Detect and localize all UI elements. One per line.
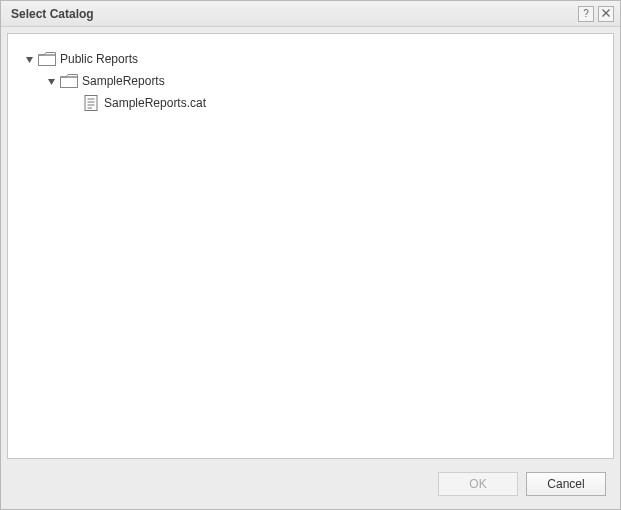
help-button[interactable]: ? (578, 6, 594, 22)
help-icon: ? (583, 9, 589, 19)
tree-leaf-spacer (66, 96, 80, 110)
tree-node-catalog-file[interactable]: SampleReports.cat (22, 92, 603, 114)
tree-panel: Public Reports (7, 33, 614, 459)
close-button[interactable] (598, 6, 614, 22)
dialog-footer: OK Cancel (1, 465, 620, 509)
svg-rect-4 (39, 55, 56, 66)
chevron-down-icon[interactable] (22, 52, 36, 66)
svg-marker-2 (26, 57, 33, 63)
catalog-tree: Public Reports (22, 48, 603, 114)
tree-node-label: SampleReports.cat (104, 96, 206, 110)
close-icon (602, 9, 610, 19)
folder-icon (38, 51, 56, 67)
tree-node-label: SampleReports (82, 74, 165, 88)
svg-marker-5 (48, 79, 55, 85)
ok-button[interactable]: OK (438, 472, 518, 496)
folder-icon (60, 73, 78, 89)
dialog-title: Select Catalog (11, 7, 574, 21)
catalog-file-icon (82, 95, 100, 111)
tree-node-label: Public Reports (60, 52, 138, 66)
chevron-down-icon[interactable] (44, 74, 58, 88)
tree-node-sample-reports[interactable]: SampleReports (22, 70, 603, 92)
select-catalog-dialog: Select Catalog ? (0, 0, 621, 510)
titlebar: Select Catalog ? (1, 1, 620, 27)
cancel-button[interactable]: Cancel (526, 472, 606, 496)
tree-node-public-reports[interactable]: Public Reports (22, 48, 603, 70)
svg-rect-7 (61, 77, 78, 88)
